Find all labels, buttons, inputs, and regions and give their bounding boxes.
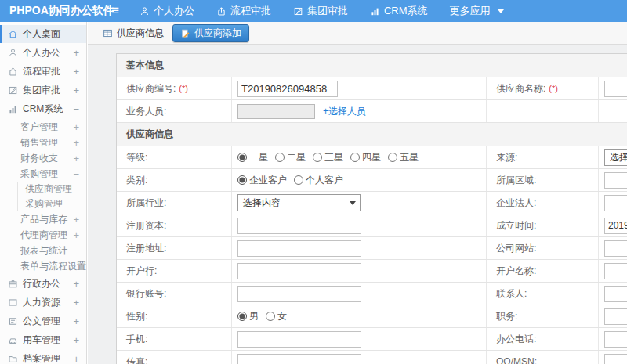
topbar-menu-item[interactable]: CRM系统 xyxy=(359,0,439,22)
expand-toggle[interactable]: + xyxy=(86,261,87,272)
sidebar-item-采购管理[interactable]: 采购管理− xyxy=(0,166,86,182)
sidebar-item-集团审批[interactable]: 集团审批+ xyxy=(0,81,86,99)
expand-toggle[interactable]: − xyxy=(73,168,79,180)
sidebar-item-销售管理[interactable]: 销售管理+ xyxy=(0,135,86,150)
supplier-code-input[interactable] xyxy=(237,81,338,97)
form-row: 手机:办公电话: xyxy=(117,328,627,351)
expand-toggle[interactable]: + xyxy=(73,353,79,364)
sidebar-item-产品与库存[interactable]: 产品与库存+ xyxy=(0,211,86,227)
sidebar-item-表单与流程设置[interactable]: 表单与流程设置+ xyxy=(0,258,86,274)
radio-input[interactable] xyxy=(388,153,397,162)
region-input[interactable] xyxy=(604,172,627,189)
expand-toggle[interactable]: + xyxy=(73,214,79,225)
radio-input[interactable] xyxy=(237,153,247,162)
sidebar-item-个人桌面[interactable]: 个人桌面 xyxy=(0,25,86,43)
office-phone-input[interactable] xyxy=(604,331,627,348)
account-name-input[interactable] xyxy=(604,263,627,279)
expand-toggle[interactable]: + xyxy=(73,153,79,164)
fax-input[interactable] xyxy=(237,354,361,364)
sidebar-item-行政办公[interactable]: 行政办公+ xyxy=(0,275,86,293)
radio-input[interactable] xyxy=(266,312,275,321)
radio-label: 个人客户 xyxy=(306,174,343,187)
qq-msn-input[interactable] xyxy=(604,354,627,364)
radio-input[interactable] xyxy=(275,153,285,162)
menu-label: 集团审批 xyxy=(307,4,348,18)
sidebar-item-流程审批[interactable]: 流程审批+ xyxy=(0,63,86,81)
sidebar-item-人力资源[interactable]: 人力资源+ xyxy=(0,294,86,312)
bank-account-input[interactable] xyxy=(237,286,361,302)
source-select[interactable]: 选择内容 xyxy=(604,149,627,166)
expand-toggle[interactable]: + xyxy=(73,334,79,346)
radio-input[interactable] xyxy=(237,175,247,185)
radio-input[interactable] xyxy=(350,153,360,162)
label-cell: 供应商名称:(*) xyxy=(487,77,599,99)
sidebar: 个人桌面个人办公+流程审批+集团审批+CRM系统−客户管理+销售管理+财务收支+… xyxy=(0,22,87,364)
radio-input[interactable] xyxy=(237,312,247,321)
sidebar-item-公文管理[interactable]: 公文管理+ xyxy=(0,312,86,330)
topbar-menu-item[interactable]: 个人办公 xyxy=(129,0,205,22)
level-radios-option[interactable]: 四星 xyxy=(350,151,381,164)
sidebar-item-档案管理[interactable]: 档案管理+ xyxy=(0,350,86,364)
section-header: 基本信息 xyxy=(117,54,627,77)
level-radios-option[interactable]: 三星 xyxy=(313,151,343,164)
registered-capital-input[interactable] xyxy=(237,218,361,234)
category-radios-option[interactable]: 企业客户 xyxy=(237,174,287,187)
sidebar-item-label: 行政办公 xyxy=(23,277,60,290)
sidebar-item-采购管理[interactable]: 采购管理 xyxy=(17,196,86,211)
registered-address-input[interactable] xyxy=(237,240,361,257)
expand-toggle[interactable]: + xyxy=(73,315,79,327)
level-radios-option[interactable]: 二星 xyxy=(275,151,306,164)
sidebar-item-报表与统计[interactable]: 报表与统计 xyxy=(0,243,86,258)
expand-toggle[interactable]: + xyxy=(73,85,79,96)
legal-person-input[interactable] xyxy=(604,195,627,211)
mobile-input[interactable] xyxy=(237,331,361,348)
gender-radios-option[interactable]: 女 xyxy=(266,310,287,323)
expand-toggle[interactable]: + xyxy=(73,137,79,149)
sidebar-item-客户管理[interactable]: 客户管理+ xyxy=(0,119,86,135)
founded-date-input[interactable] xyxy=(604,218,627,234)
website-input[interactable] xyxy=(604,240,627,257)
expand-toggle[interactable]: + xyxy=(73,278,79,290)
expand-toggle[interactable]: + xyxy=(73,121,79,133)
radio-input[interactable] xyxy=(313,153,322,162)
field-cell xyxy=(599,351,627,364)
sidebar-item-供应商管理[interactable]: 供应商管理 xyxy=(17,182,86,196)
topbar-menu-item[interactable]: 更多应用 xyxy=(439,0,515,22)
supplier-name-input[interactable] xyxy=(604,81,627,97)
share-icon xyxy=(8,67,18,77)
expand-toggle[interactable]: − xyxy=(73,103,79,115)
field-label: 所属行业: xyxy=(126,196,166,210)
expand-toggle[interactable]: + xyxy=(73,297,79,308)
sidebar-item-用车管理[interactable]: 用车管理+ xyxy=(0,331,86,349)
select-value: 选择内容 xyxy=(243,196,281,210)
staff-picker[interactable] xyxy=(237,104,315,119)
category-radios-option[interactable]: 个人客户 xyxy=(294,174,343,187)
choose-person-link[interactable]: +选择人员 xyxy=(323,105,366,118)
expand-toggle[interactable]: + xyxy=(73,66,79,77)
sidebar-item-label: 销售管理 xyxy=(20,136,58,150)
level-radios-option[interactable]: 五星 xyxy=(388,151,419,164)
sidebar-item-label: 采购管理 xyxy=(20,168,58,181)
sidebar-item-个人办公[interactable]: 个人办公+ xyxy=(0,44,86,62)
hamburger-menu-icon[interactable]: ≡ xyxy=(102,0,129,22)
tab-供应商添加[interactable]: 供应商添加 xyxy=(172,24,249,42)
expand-toggle[interactable]: + xyxy=(73,229,79,241)
gender-radios-option[interactable]: 男 xyxy=(237,310,259,323)
bank-input[interactable] xyxy=(237,263,361,279)
table-icon xyxy=(103,28,114,38)
topbar-menu-item[interactable]: 流程审批 xyxy=(205,0,282,22)
tab-供应商信息[interactable]: 供应商信息 xyxy=(103,27,164,40)
expand-toggle[interactable]: + xyxy=(73,47,79,59)
label-cell: 企业法人: xyxy=(487,192,599,214)
topbar-menu-item[interactable]: 集团审批 xyxy=(282,0,359,22)
contact-input[interactable] xyxy=(604,286,627,302)
home-icon xyxy=(8,29,18,39)
title-input[interactable] xyxy=(604,308,627,325)
sidebar-item-代理商管理[interactable]: 代理商管理+ xyxy=(0,227,86,243)
industry-select[interactable]: 选择内容 xyxy=(237,194,361,211)
radio-input[interactable] xyxy=(294,175,303,185)
sidebar-item-CRM系统[interactable]: CRM系统− xyxy=(0,100,86,118)
sidebar-item-财务收支[interactable]: 财务收支+ xyxy=(0,150,86,166)
content: 基本信息供应商编号:(*)供应商名称:(*)业务人员:+选择人员供应商信息等级:… xyxy=(88,45,627,364)
level-radios-option[interactable]: 一星 xyxy=(237,151,268,164)
